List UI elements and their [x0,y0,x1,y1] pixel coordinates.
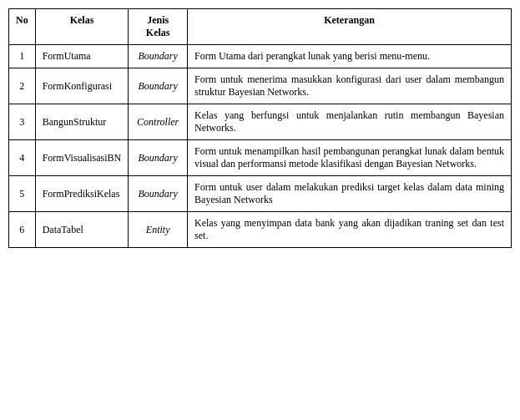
cell-kelas: BangunStruktur [35,104,129,140]
main-table: No Kelas Jenis Kelas Keterangan 1FormUta… [8,8,512,248]
cell-keterangan: Form Utama dari perangkat lunak yang ber… [188,45,512,68]
header-kelas: Kelas [35,9,129,45]
cell-no: 5 [9,176,36,212]
cell-keterangan: Kelas yang berfungsi untuk menjalankan r… [188,104,512,140]
table-row: 1FormUtamaBoundaryForm Utama dari perang… [9,45,512,68]
cell-no: 2 [9,68,36,104]
table-row: 4FormVisualisasiBNBoundaryForm untuk men… [9,140,512,176]
header-keterangan: Keterangan [188,9,512,45]
header-jenis-kelas: Jenis Kelas [129,9,188,45]
cell-keterangan: Form untuk menerima masukkan konfigurasi… [188,68,512,104]
cell-no: 1 [9,45,36,68]
cell-jenis-kelas: Controller [129,104,188,140]
cell-no: 4 [9,140,36,176]
header-no: No [9,9,36,45]
cell-keterangan: Kelas yang menyimpan data bank yang akan… [188,212,512,248]
cell-jenis-kelas: Boundary [129,68,188,104]
table-row: 5FormPrediksiKelasBoundaryForm untuk use… [9,176,512,212]
cell-no: 3 [9,104,36,140]
table-row: 2FormKonfigurasiBoundaryForm untuk mener… [9,68,512,104]
cell-jenis-kelas: Boundary [129,140,188,176]
cell-jenis-kelas: Boundary [129,45,188,68]
cell-jenis-kelas: Entity [129,212,188,248]
table-header-row: No Kelas Jenis Kelas Keterangan [9,9,512,45]
table-row: 3BangunStrukturControllerKelas yang berf… [9,104,512,140]
cell-kelas: DataTabel [35,212,129,248]
cell-keterangan: Form untuk user dalam melakukan prediksi… [188,176,512,212]
cell-kelas: FormKonfigurasi [35,68,129,104]
cell-kelas: FormVisualisasiBN [35,140,129,176]
cell-jenis-kelas: Boundary [129,176,188,212]
cell-kelas: FormPrediksiKelas [35,176,129,212]
cell-no: 6 [9,212,36,248]
table-row: 6DataTabelEntityKelas yang menyimpan dat… [9,212,512,248]
cell-keterangan: Form untuk menampilkan hasil pembangunan… [188,140,512,176]
cell-kelas: FormUtama [35,45,129,68]
